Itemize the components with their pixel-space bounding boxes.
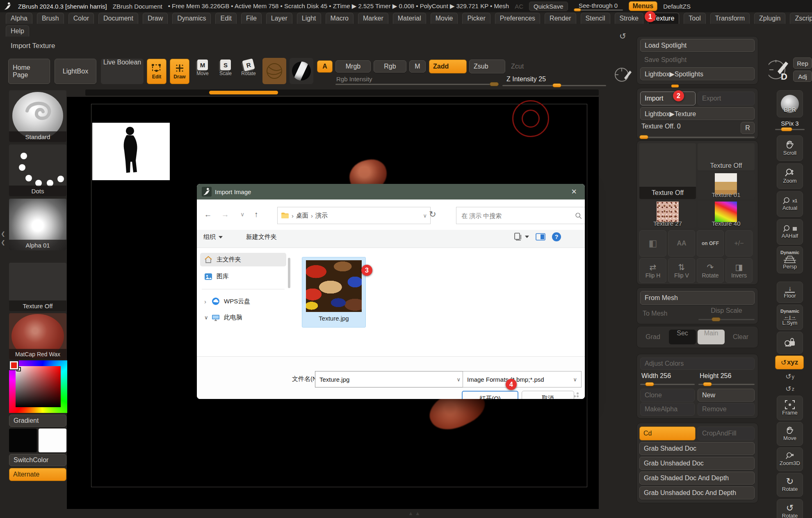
menu-help[interactable]: Help — [6, 25, 29, 37]
spix-knob[interactable] — [781, 127, 792, 131]
rgb-intensity-knob[interactable] — [490, 82, 499, 86]
preview-pane-icon[interactable] — [536, 232, 545, 241]
menu-color[interactable]: Color — [68, 13, 94, 24]
material-picker[interactable] — [290, 58, 313, 84]
cd-button[interactable]: Cd — [639, 426, 696, 440]
saturation-square[interactable] — [16, 366, 61, 407]
zoom-doc-button[interactable]: Zoom — [777, 163, 803, 189]
clone-button[interactable]: Clone — [640, 389, 695, 402]
menu-light[interactable]: Light — [297, 13, 321, 24]
frame-button[interactable]: Frame — [777, 396, 803, 420]
scroll-doc-button[interactable]: Scroll — [777, 135, 803, 161]
document-hscrollbar[interactable] — [85, 89, 599, 96]
make-alpha-button[interactable]: MakeAlpha — [640, 403, 695, 416]
cancel-button[interactable]: 取消 — [522, 391, 574, 399]
texture-slider[interactable] — [639, 137, 755, 138]
breadcrumb-desktop[interactable]: 桌面 — [296, 212, 308, 220]
dialog-close-icon[interactable]: × — [568, 186, 580, 197]
spix-slider[interactable] — [775, 129, 805, 130]
stroke-thumbnail[interactable]: Dots — [9, 144, 66, 196]
organize-button[interactable]: 组织 — [203, 233, 223, 241]
rgb-button[interactable]: Rgb — [374, 60, 406, 73]
menu-draw[interactable]: Draw — [143, 13, 168, 24]
width-slider[interactable] — [640, 384, 695, 385]
this-pc-chevron-icon[interactable]: ∨ — [204, 314, 208, 321]
forward-icon[interactable]: → — [219, 210, 231, 219]
wps-chevron-icon[interactable]: › — [204, 298, 208, 305]
sec-button[interactable]: Sec — [669, 330, 696, 344]
grab-shaded-doc-depth-button[interactable]: Grab Shaded Doc And Depth — [639, 472, 755, 485]
adjust-colors-button[interactable]: Adjust Colors — [640, 358, 755, 370]
texture-27-thumb[interactable]: Texture 27 — [639, 201, 696, 228]
up-icon[interactable]: ↑ — [250, 210, 262, 219]
stroke-dial-icon[interactable] — [614, 66, 632, 84]
texture-slider-knob[interactable] — [639, 135, 648, 139]
lock-camera-button[interactable] — [777, 332, 803, 354]
lsym-button[interactable]: Dynamic ←ꞁ→ L.Sym — [777, 305, 803, 330]
menu-tool[interactable]: Tool — [684, 13, 705, 24]
draw-button[interactable]: Draw — [170, 59, 189, 84]
to-mesh-button[interactable]: To Mesh — [640, 307, 695, 320]
texture-mode-2-button[interactable]: AA — [668, 230, 695, 257]
filetype-dropdown-icon[interactable]: ∨ — [573, 376, 577, 383]
import-button[interactable]: Import — [640, 92, 696, 105]
rep-button[interactable]: Rep — [793, 57, 812, 69]
left-tray-collapse-handle[interactable]: ❮❮ — [1, 230, 5, 247]
menu-stencil[interactable]: Stencil — [581, 13, 610, 24]
width-knob[interactable] — [645, 382, 654, 386]
material-thumbnail[interactable]: MatCap Red Wax — [9, 313, 66, 360]
menu-zscript[interactable]: Zscript — [790, 13, 812, 24]
main-color-swatch[interactable] — [9, 429, 37, 452]
adj-button[interactable]: Adj — [793, 71, 812, 82]
export-button[interactable]: Export — [698, 92, 755, 105]
home-page-button[interactable]: Home Page — [8, 59, 50, 84]
disp-scale-knob[interactable] — [712, 317, 721, 321]
texture-slot-thumbnail[interactable]: Texture Off — [9, 263, 66, 311]
bpr-button[interactable]: BPR — [777, 90, 803, 117]
lightbox-button[interactable]: LightBox — [55, 59, 96, 84]
aahalf-button[interactable]: AAHalf — [777, 219, 803, 245]
edit-button[interactable]: Edit — [147, 59, 167, 84]
view-mode-caret-icon[interactable] — [525, 236, 529, 238]
refresh-icon[interactable]: ↻ — [429, 209, 436, 219]
texture-01-thumb[interactable]: Texture 01 — [698, 172, 755, 199]
brush-thumbnail[interactable]: Standard — [9, 90, 66, 142]
texture-mode-4-button[interactable]: +/− — [725, 230, 753, 257]
gradient-button[interactable]: Gradient — [9, 415, 66, 427]
color-picker[interactable] — [9, 360, 67, 413]
menu-file[interactable]: File — [241, 13, 262, 24]
height-knob[interactable] — [703, 382, 712, 386]
z-intensity-slider[interactable] — [502, 85, 606, 86]
floor-button[interactable]: ↓ Floor — [777, 282, 803, 303]
panel-restore-icon[interactable]: ↺ — [619, 31, 626, 41]
menu-marker[interactable]: Marker — [358, 13, 388, 24]
save-spotlight-button[interactable]: Save Spotlight — [640, 54, 755, 66]
switch-color-button[interactable]: SwitchColor — [9, 454, 66, 466]
quicksave-button[interactable]: QuickSave — [529, 2, 568, 11]
sidebar-gallery[interactable]: 图库 — [200, 270, 286, 283]
open-button[interactable]: 打开(O) — [462, 391, 518, 399]
search-input[interactable] — [461, 212, 575, 220]
canvas-bottom-arrows[interactable]: ▲▲ — [408, 510, 422, 516]
sidebar-home[interactable]: 主文件夹 — [200, 253, 286, 266]
see-through-track[interactable] — [574, 9, 623, 11]
zoom-3d-button[interactable]: Zoom3D — [777, 447, 803, 471]
filename-dropdown-icon[interactable]: ∨ — [456, 376, 461, 383]
menu-render[interactable]: Render — [545, 13, 576, 24]
default-zscript-button[interactable]: DefaultZS — [663, 3, 691, 10]
menus-button[interactable]: Menus — [629, 1, 658, 11]
sidebar-scrollbar[interactable] — [288, 258, 290, 288]
secondary-color-swatch[interactable] — [39, 429, 66, 452]
menu-alpha[interactable]: Alpha — [6, 13, 32, 24]
view-mode-icon[interactable] — [513, 232, 522, 241]
menu-movie[interactable]: Movie — [431, 13, 458, 24]
mrgb-button[interactable]: Mrgb — [335, 60, 371, 73]
menu-picker[interactable]: Picker — [462, 13, 490, 24]
back-icon[interactable]: ← — [202, 210, 214, 219]
live-boolean-button[interactable]: Live Boolean — [101, 59, 144, 84]
zsub-button[interactable]: Zsub — [469, 60, 505, 73]
a-button[interactable]: A — [317, 60, 333, 73]
z-intensity-knob[interactable] — [552, 83, 561, 87]
disp-scale-slider[interactable] — [698, 319, 755, 320]
help-icon[interactable]: ? — [552, 232, 561, 241]
